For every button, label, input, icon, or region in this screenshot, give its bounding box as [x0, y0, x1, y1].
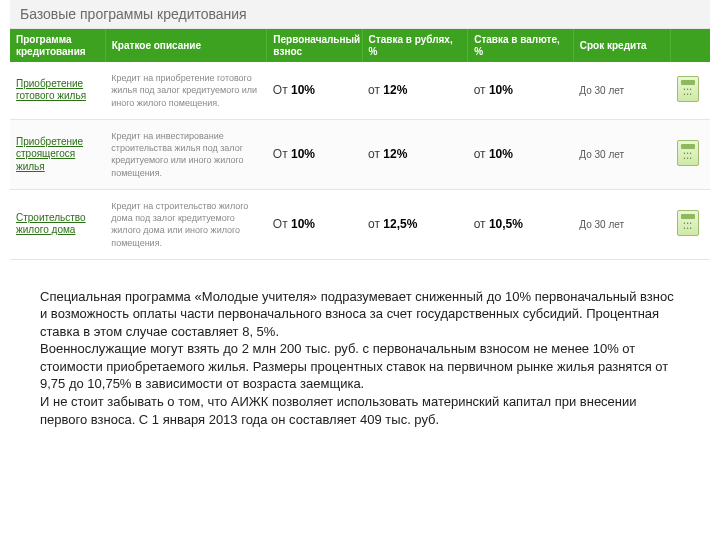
th-program: Программа кредитования: [10, 29, 105, 62]
th-desc: Краткое описание: [105, 29, 267, 62]
term: До 30 лет: [579, 85, 624, 96]
calculator-icon[interactable]: [677, 76, 699, 102]
th-down: Первоначальный взнос: [267, 29, 362, 62]
rate-rub: от 12,5%: [368, 217, 417, 231]
down-payment: От 10%: [273, 217, 315, 231]
description-text: Специальная программа «Молодые учителя» …: [0, 260, 720, 438]
program-desc: Кредит на строительство жилого дома под …: [111, 201, 248, 248]
rate-val: от 10%: [474, 147, 513, 161]
program-desc: Кредит на инвестирование строительства ж…: [111, 131, 243, 178]
th-icon: [671, 29, 710, 62]
down-payment: От 10%: [273, 83, 315, 97]
down-payment: От 10%: [273, 147, 315, 161]
program-link[interactable]: Приобретение строящегося жилья: [16, 136, 99, 174]
rate-rub: от 12%: [368, 83, 407, 97]
paragraph: Специальная программа «Молодые учителя» …: [40, 288, 680, 341]
table-row: Приобретение строящегося жильяКредит на …: [10, 119, 710, 189]
program-link[interactable]: Строительство жилого дома: [16, 212, 99, 237]
table-row: Строительство жилого домаКредит на строи…: [10, 189, 710, 259]
program-link[interactable]: Приобретение готового жилья: [16, 78, 99, 103]
calculator-icon[interactable]: [677, 140, 699, 166]
calculator-icon[interactable]: [677, 210, 699, 236]
rate-val: от 10%: [474, 83, 513, 97]
paragraph: Военнослужащие могут взять до 2 млн 200 …: [40, 340, 680, 393]
panel-title: Базовые программы кредитования: [10, 0, 710, 29]
programs-table: Программа кредитования Краткое описание …: [10, 29, 710, 260]
th-val: Ставка в валюте, %: [468, 29, 574, 62]
term: До 30 лет: [579, 149, 624, 160]
th-rub: Ставка в рублях, %: [362, 29, 468, 62]
table-row: Приобретение готового жильяКредит на при…: [10, 62, 710, 119]
rate-val: от 10,5%: [474, 217, 523, 231]
term: До 30 лет: [579, 219, 624, 230]
program-desc: Кредит на приобретение готового жилья по…: [111, 73, 257, 108]
paragraph: И не стоит забывать о том, что АИЖК позв…: [40, 393, 680, 428]
table-header-row: Программа кредитования Краткое описание …: [10, 29, 710, 62]
rate-rub: от 12%: [368, 147, 407, 161]
th-term: Срок кредита: [573, 29, 670, 62]
